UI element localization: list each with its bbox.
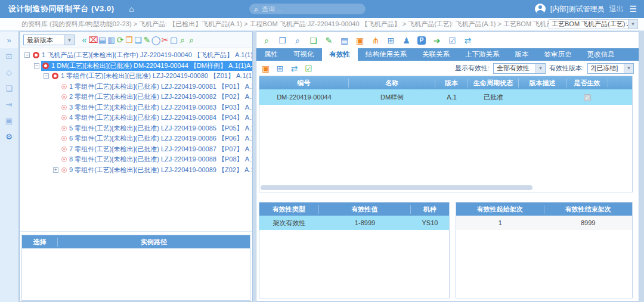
column-header[interactable]: 有效性类型 [259,205,319,214]
transfer-icon[interactable]: ⇄ [463,36,472,45]
tab-3[interactable]: 有效性 [322,48,358,61]
search-icon[interactable]: ⌕ [262,36,271,45]
tree-node-label[interactable]: 6 零组件(工艺)[未检出](已批准) LZJ-220419-00086 【P0… [69,134,252,143]
column-header[interactable]: 选择 [22,238,58,247]
doc-check-icon[interactable]: ☑ [448,36,457,45]
tree-node[interactable]: 6 零组件(工艺)[未检出](已批准) LZJ-220419-00086 【P0… [22,133,252,144]
collapse-icon[interactable]: − [44,73,49,79]
tree-node[interactable]: −1 飞机产品(工艺)[未检出](工作中) JZ-220419-00040 【飞… [22,50,252,61]
zoom-out-icon[interactable]: ⌕ [187,36,196,44]
tab-9[interactable]: 更改信息 [580,48,623,61]
marquee-select-icon[interactable]: ▢ [169,36,178,44]
tree-node-label[interactable]: 2 零组件(工艺)[未检出](已批准) LZJ-220419-00082 【P0… [69,92,252,101]
tree-node[interactable]: 2 零组件(工艺)[未检出](已批准) LZJ-220419-00082 【P0… [22,92,252,102]
tree-node-label[interactable]: 1 零组件(工艺)[未检出](已批准) LZJ-220419-00080 【Z0… [61,71,252,80]
delete-icon[interactable]: ⌧ [89,36,98,44]
tree-node[interactable]: 7 零组件(工艺)[未检出](已批准) LZJ-220419-00087 【P0… [22,144,252,155]
p-badge-icon[interactable]: P [417,36,426,45]
column-header[interactable]: 是否生效 [566,79,608,88]
tree-node[interactable]: −1 零组件(工艺)[未检出](已批准) LZJ-220419-00080 【Z… [22,71,252,82]
show-validity-select[interactable]: 全部有效性 ▼ [493,63,546,74]
column-header[interactable]: 版本 [435,79,468,88]
tab-4[interactable]: 结构使用关系 [358,48,414,61]
cut-icon[interactable]: ✂ [160,36,169,44]
column-header[interactable]: 机种 [411,205,449,214]
tree-node-label[interactable]: 1 DM(工艺)[未检出](已批准) DM-220419-00044 【DM样例… [51,61,252,70]
column-header[interactable]: 版本描述 [519,79,566,88]
expand-icon[interactable]: + [53,167,58,173]
sidebar-item-product-3d[interactable]: ◇ [0,64,18,80]
global-search[interactable]: ⌕ [249,4,366,14]
tree-node[interactable]: 3 零组件(工艺)[未检出](已批准) LZJ-220419-00083 【P0… [22,102,252,113]
sidebar-item-workspace-monitor[interactable]: ⊡ [0,48,18,64]
tab-1[interactable]: 属性 [256,48,286,61]
column-header[interactable]: 名称 [349,79,435,88]
save-icon[interactable]: ▣ [261,64,270,73]
user-avatar-icon[interactable] [535,4,546,14]
paste-add-icon[interactable]: ❏ [309,36,318,45]
bom-context-select[interactable]: 工艺BOM 飞机产品(工艺):JZ... ▼ [549,19,638,29]
home-icon[interactable]: ⌂ [125,2,138,15]
hierarchy-icon[interactable]: ⋔ [371,36,380,45]
edit-doc-icon[interactable]: ✎ [324,36,333,45]
clipboard-icon[interactable]: ▤ [340,36,349,45]
validity-version-select[interactable]: 2[已冻结] ▼ [587,63,634,74]
doc-check-icon[interactable]: ☑ [304,64,313,73]
doc-checkin-icon[interactable]: ▥ [107,36,116,44]
sidebar-item-team-config[interactable]: ⚙ [0,129,18,145]
copy-add-icon[interactable]: ❐ [278,36,287,45]
edit-icon[interactable]: ✎ [143,36,151,44]
detach-node-icon[interactable]: « [80,36,89,44]
column-header[interactable]: 有效性值 [319,205,411,214]
tab-6[interactable]: 上下游关系 [457,48,507,61]
folder-open-icon[interactable]: ❏ [134,36,143,44]
chevron-down-icon[interactable]: ▼ [624,64,633,73]
tree-node-label[interactable]: 4 零组件(工艺)[未检出](已批准) LZJ-220419-00084 【P0… [69,113,252,122]
tree-node-label[interactable]: 1 零组件(工艺)[未检出](已批准) LZJ-220419-00081 【P0… [69,82,252,91]
tree-node[interactable]: −1 DM(工艺)[未检出](已批准) DM-220419-00044 【DM样… [22,61,252,71]
sidebar-item-import[interactable]: ⇥ [0,96,18,113]
tree-node[interactable]: 8 零组件(工艺)[未检出](已批准) LZJ-220419-00088 【P0… [22,154,252,165]
column-header[interactable]: 有效性结束架次 [544,205,633,214]
refresh-icon[interactable]: ⟳ [116,36,125,44]
tree-node-label[interactable]: 3 零组件(工艺)[未检出](已批准) LZJ-220419-00083 【P0… [69,103,252,112]
horizontal-scrollbar[interactable] [261,185,532,190]
tab-5[interactable]: 关联关系 [414,48,457,61]
column-header[interactable]: 有效性起始架次 [456,205,544,214]
tab-8[interactable]: 签审历史 [537,48,580,61]
chevron-down-icon[interactable]: ▼ [64,35,74,45]
chevron-down-icon[interactable]: ▼ [628,20,637,29]
doc-add-icon[interactable]: ⊞ [275,64,284,73]
tree-node[interactable]: 1 零组件(工艺)[未检出](已批准) LZJ-220419-00081 【P0… [22,82,252,92]
sidebar-item-layers[interactable]: ❏ [0,80,18,96]
tree-node-label[interactable]: 1 飞机产品(工艺)[未检出](工作中) JZ-220419-00040 【飞机… [42,51,252,60]
logout-link[interactable]: 退出 [609,4,623,14]
effective-checkbox[interactable]: ✓ [584,94,591,101]
forward-arrow-icon[interactable]: ➔ [432,36,441,45]
tree-node-label[interactable]: 7 零组件(工艺)[未检出](已批准) LZJ-220419-00087 【P0… [69,145,252,154]
search-input[interactable] [262,5,345,13]
tree-node[interactable]: +9 零组件(工艺)[未检出](已批准) LZJ-220419-00089 【Z… [22,165,252,176]
collapse-icon[interactable]: − [24,52,30,58]
tree-node-label[interactable]: 8 零组件(工艺)[未检出](已批准) LZJ-220419-00088 【P0… [69,155,252,164]
transfer-icon[interactable]: ⇄ [290,64,299,73]
table-row[interactable]: 架次有效性1-8999YS10 [259,216,449,230]
tab-7[interactable]: 版本 [507,48,537,61]
sidebar-item-remote-desktop[interactable]: ▣ [0,113,18,129]
duplicate-icon[interactable]: ❐ [125,36,134,44]
column-header[interactable]: 编号 [259,79,349,88]
doc-add-icon[interactable]: ⊞ [386,36,395,45]
menu-icon[interactable]: ☰ [629,4,637,14]
table-row[interactable]: 18999 [456,216,632,230]
sidebar-item-collapse-sidebar[interactable]: » [0,32,18,48]
tab-2[interactable]: 可视化 [286,48,322,61]
version-select[interactable]: 最新版本 ▼ [23,35,75,45]
tree-node[interactable]: 5 零组件(工艺)[未检出](已批准) LZJ-220419-00085 【P0… [22,123,252,134]
doc-checkout-icon[interactable]: ▤ [98,36,107,44]
users-icon[interactable]: ♟ [402,36,411,45]
doc-search-icon[interactable]: ⌕ [293,36,302,45]
column-header[interactable]: 实例路径 [58,238,250,247]
save-icon[interactable]: ▣ [355,36,364,45]
tree-node-label[interactable]: 5 零组件(工艺)[未检出](已批准) LZJ-220419-00085 【P0… [69,124,252,133]
vertical-scrollbar[interactable] [639,32,644,301]
